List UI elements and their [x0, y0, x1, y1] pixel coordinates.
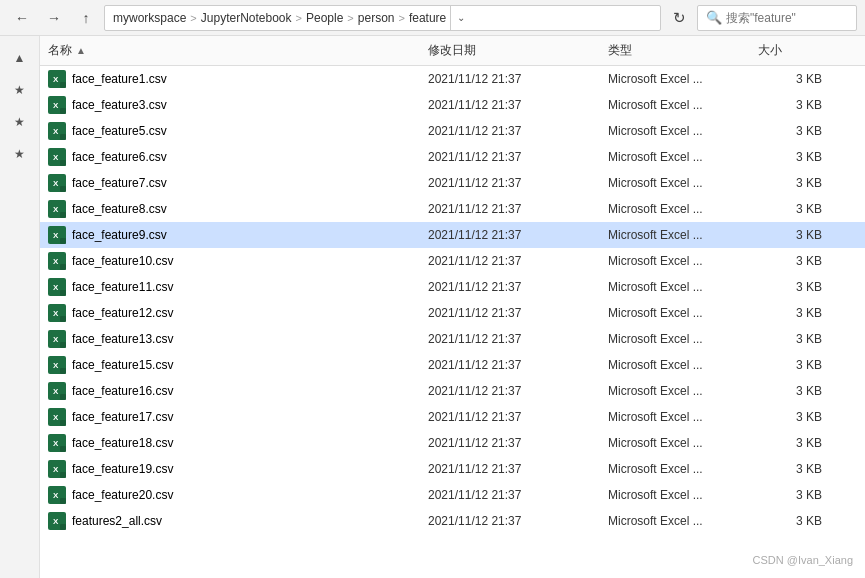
file-date: 2021/11/12 21:37	[428, 436, 608, 450]
file-date: 2021/11/12 21:37	[428, 228, 608, 242]
excel-icon: X	[48, 174, 66, 192]
file-type: Microsoft Excel ...	[608, 150, 758, 164]
excel-icon: X	[48, 356, 66, 374]
file-date: 2021/11/12 21:37	[428, 384, 608, 398]
file-name-cell: X face_feature9.csv	[48, 226, 428, 244]
table-row[interactable]: X face_feature19.csv 2021/11/12 21:37 Mi…	[40, 456, 865, 482]
sidebar-pin2-button[interactable]: ★	[6, 108, 34, 136]
svg-text:X: X	[53, 387, 59, 396]
file-size: 3 KB	[758, 124, 838, 138]
file-size: 3 KB	[758, 436, 838, 450]
file-name: face_feature5.csv	[72, 124, 167, 138]
file-name: face_feature8.csv	[72, 202, 167, 216]
file-name-cell: X face_feature16.csv	[48, 382, 428, 400]
breadcrumb-person[interactable]: person	[358, 11, 395, 25]
file-name-cell: X face_feature3.csv	[48, 96, 428, 114]
table-row[interactable]: X face_feature16.csv 2021/11/12 21:37 Mi…	[40, 378, 865, 404]
col-header-type[interactable]: 类型	[608, 42, 758, 59]
file-name-cell: X face_feature20.csv	[48, 486, 428, 504]
table-row[interactable]: X face_feature17.csv 2021/11/12 21:37 Mi…	[40, 404, 865, 430]
sort-arrow-icon: ▲	[76, 45, 86, 56]
table-row[interactable]: X face_feature3.csv 2021/11/12 21:37 Mic…	[40, 92, 865, 118]
table-row[interactable]: X face_feature13.csv 2021/11/12 21:37 Mi…	[40, 326, 865, 352]
table-row[interactable]: X face_feature6.csv 2021/11/12 21:37 Mic…	[40, 144, 865, 170]
file-size: 3 KB	[758, 254, 838, 268]
refresh-button[interactable]: ↻	[665, 4, 693, 32]
excel-icon: X	[48, 148, 66, 166]
breadcrumb-myworkspace[interactable]: myworkspace	[113, 11, 186, 25]
svg-text:X: X	[53, 179, 59, 188]
table-row[interactable]: X face_feature11.csv 2021/11/12 21:37 Mi…	[40, 274, 865, 300]
svg-text:X: X	[53, 257, 59, 266]
excel-icon: X	[48, 70, 66, 88]
file-size: 3 KB	[758, 514, 838, 528]
excel-icon: X	[48, 252, 66, 270]
table-row[interactable]: X face_feature9.csv 2021/11/12 21:37 Mic…	[40, 222, 865, 248]
file-date: 2021/11/12 21:37	[428, 72, 608, 86]
svg-text:X: X	[53, 153, 59, 162]
file-name: face_feature16.csv	[72, 384, 173, 398]
table-row[interactable]: X face_feature15.csv 2021/11/12 21:37 Mi…	[40, 352, 865, 378]
svg-text:X: X	[53, 335, 59, 344]
file-name-cell: X face_feature18.csv	[48, 434, 428, 452]
svg-text:X: X	[53, 517, 59, 526]
sidebar-pin1-button[interactable]: ★	[6, 76, 34, 104]
back-button[interactable]: ←	[8, 4, 36, 32]
col-header-date[interactable]: 修改日期	[428, 42, 608, 59]
breadcrumb-jupyternotebook[interactable]: JupyterNotebook	[201, 11, 292, 25]
breadcrumb-people[interactable]: People	[306, 11, 343, 25]
table-row[interactable]: X features2_all.csv 2021/11/12 21:37 Mic…	[40, 508, 865, 534]
file-type: Microsoft Excel ...	[608, 358, 758, 372]
table-row[interactable]: X face_feature8.csv 2021/11/12 21:37 Mic…	[40, 196, 865, 222]
excel-icon: X	[48, 434, 66, 452]
table-row[interactable]: X face_feature20.csv 2021/11/12 21:37 Mi…	[40, 482, 865, 508]
file-type: Microsoft Excel ...	[608, 228, 758, 242]
col-header-name[interactable]: 名称 ▲	[48, 42, 428, 59]
address-bar: ← → ↑ myworkspace > JupyterNotebook > Pe…	[0, 0, 865, 36]
file-name: face_feature20.csv	[72, 488, 173, 502]
table-row[interactable]: X face_feature10.csv 2021/11/12 21:37 Mi…	[40, 248, 865, 274]
file-size: 3 KB	[758, 462, 838, 476]
file-name-cell: X face_feature7.csv	[48, 174, 428, 192]
table-row[interactable]: X face_feature7.csv 2021/11/12 21:37 Mic…	[40, 170, 865, 196]
file-name-cell: X face_feature8.csv	[48, 200, 428, 218]
sidebar-expand-button[interactable]: ▲	[6, 44, 34, 72]
file-type: Microsoft Excel ...	[608, 72, 758, 86]
file-type: Microsoft Excel ...	[608, 98, 758, 112]
breadcrumb-feature[interactable]: feature	[409, 11, 446, 25]
table-row[interactable]: X face_feature1.csv 2021/11/12 21:37 Mic…	[40, 66, 865, 92]
excel-icon: X	[48, 200, 66, 218]
svg-text:X: X	[53, 413, 59, 422]
table-row[interactable]: X face_feature12.csv 2021/11/12 21:37 Mi…	[40, 300, 865, 326]
forward-button[interactable]: →	[40, 4, 68, 32]
col-header-size[interactable]: 大小	[758, 42, 838, 59]
table-row[interactable]: X face_feature18.csv 2021/11/12 21:37 Mi…	[40, 430, 865, 456]
excel-icon: X	[48, 382, 66, 400]
breadcrumb-dropdown-button[interactable]: ⌄	[450, 5, 470, 31]
excel-icon: X	[48, 278, 66, 296]
table-row[interactable]: X face_feature5.csv 2021/11/12 21:37 Mic…	[40, 118, 865, 144]
file-date: 2021/11/12 21:37	[428, 176, 608, 190]
file-size: 3 KB	[758, 488, 838, 502]
file-name: face_feature1.csv	[72, 72, 167, 86]
excel-icon: X	[48, 304, 66, 322]
file-date: 2021/11/12 21:37	[428, 332, 608, 346]
excel-icon: X	[48, 486, 66, 504]
search-input[interactable]	[726, 11, 865, 25]
search-box[interactable]: 🔍	[697, 5, 857, 31]
file-size: 3 KB	[758, 72, 838, 86]
sidebar-pin3-button[interactable]: ★	[6, 140, 34, 168]
file-name: face_feature17.csv	[72, 410, 173, 424]
excel-icon: X	[48, 122, 66, 140]
file-type: Microsoft Excel ...	[608, 202, 758, 216]
file-name: face_feature7.csv	[72, 176, 167, 190]
up-button[interactable]: ↑	[72, 4, 100, 32]
file-date: 2021/11/12 21:37	[428, 254, 608, 268]
file-area: 名称 ▲ 修改日期 类型 大小 X face_feature1.cs	[40, 36, 865, 578]
excel-icon: X	[48, 460, 66, 478]
file-date: 2021/11/12 21:37	[428, 280, 608, 294]
file-date: 2021/11/12 21:37	[428, 124, 608, 138]
file-date: 2021/11/12 21:37	[428, 514, 608, 528]
file-name: face_feature6.csv	[72, 150, 167, 164]
file-name-cell: X face_feature11.csv	[48, 278, 428, 296]
